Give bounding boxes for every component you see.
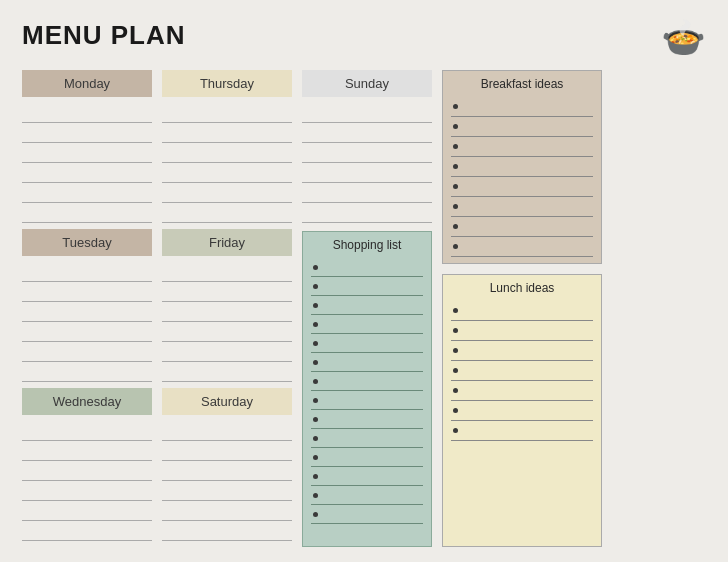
bullet-icon — [313, 379, 318, 384]
breakfast-idea-item[interactable] — [451, 137, 593, 157]
line — [22, 521, 152, 541]
sunday-block: Sunday — [302, 70, 432, 223]
lunch-idea-item[interactable] — [451, 401, 593, 421]
line — [162, 282, 292, 302]
bullet-icon — [313, 265, 318, 270]
bullet-icon — [313, 455, 318, 460]
bullet-icon — [453, 408, 458, 413]
saturday-lines — [162, 421, 292, 541]
lunch-idea-item[interactable] — [451, 341, 593, 361]
line — [162, 342, 292, 362]
shopping-item[interactable] — [311, 353, 423, 372]
bullet-icon — [313, 360, 318, 365]
line — [162, 521, 292, 541]
lunch-idea-item[interactable] — [451, 381, 593, 401]
shopping-item[interactable] — [311, 296, 423, 315]
bullet-icon — [453, 428, 458, 433]
bullet-icon — [313, 512, 318, 517]
lunch-idea-item[interactable] — [451, 421, 593, 441]
shopping-item[interactable] — [311, 410, 423, 429]
breakfast-ideas-panel: Breakfast ideas — [442, 70, 602, 264]
tuesday-lines — [22, 262, 152, 382]
line — [22, 501, 152, 521]
line — [22, 322, 152, 342]
breakfast-idea-item[interactable] — [451, 157, 593, 177]
day-column-2: Thursday Friday — [162, 70, 292, 547]
line — [22, 143, 152, 163]
bullet-icon — [453, 368, 458, 373]
bullet-icon — [313, 398, 318, 403]
shopping-item[interactable] — [311, 448, 423, 467]
line — [22, 362, 152, 382]
breakfast-idea-item[interactable] — [451, 217, 593, 237]
line — [162, 461, 292, 481]
bullet-icon — [313, 417, 318, 422]
line — [162, 262, 292, 282]
line — [22, 421, 152, 441]
bullet-icon — [453, 328, 458, 333]
line — [162, 183, 292, 203]
monday-lines — [22, 103, 152, 223]
shopping-item[interactable] — [311, 391, 423, 410]
shopping-item[interactable] — [311, 315, 423, 334]
breakfast-idea-item[interactable] — [451, 177, 593, 197]
line — [22, 262, 152, 282]
tuesday-header: Tuesday — [22, 229, 152, 256]
breakfast-idea-item[interactable] — [451, 237, 593, 257]
bullet-icon — [313, 436, 318, 441]
bullet-icon — [313, 474, 318, 479]
line — [22, 461, 152, 481]
bullet-icon — [453, 224, 458, 229]
line — [162, 362, 292, 382]
lunch-idea-item[interactable] — [451, 301, 593, 321]
bullet-icon — [313, 303, 318, 308]
page: MENU PLAN 🍲 Monday Tuesday — [0, 0, 728, 562]
friday-lines — [162, 262, 292, 382]
bullet-icon — [453, 124, 458, 129]
line — [22, 441, 152, 461]
line — [22, 481, 152, 501]
thursday-lines — [162, 103, 292, 223]
bullet-icon — [453, 144, 458, 149]
bullet-icon — [453, 348, 458, 353]
lunch-idea-item[interactable] — [451, 361, 593, 381]
line — [162, 163, 292, 183]
day-column-1: Monday Tuesday — [22, 70, 152, 547]
shopping-item[interactable] — [311, 429, 423, 448]
shopping-item[interactable] — [311, 486, 423, 505]
line — [22, 123, 152, 143]
shopping-item[interactable] — [311, 505, 423, 524]
line — [22, 282, 152, 302]
right-column: Breakfast ideas Lunch ideas — [442, 70, 602, 547]
page-title: MENU PLAN — [22, 20, 186, 51]
breakfast-idea-item[interactable] — [451, 197, 593, 217]
sunday-lines — [302, 103, 432, 223]
breakfast-idea-item[interactable] — [451, 117, 593, 137]
monday-header: Monday — [22, 70, 152, 97]
shopping-item[interactable] — [311, 467, 423, 486]
line — [162, 302, 292, 322]
friday-header: Friday — [162, 229, 292, 256]
line — [22, 342, 152, 362]
shopping-item[interactable] — [311, 334, 423, 353]
shopping-list-title: Shopping list — [311, 238, 423, 252]
bullet-icon — [313, 341, 318, 346]
line — [162, 123, 292, 143]
sunday-header: Sunday — [302, 70, 432, 97]
wednesday-block: Wednesday — [22, 388, 152, 541]
middle-column: Sunday Shopping list — [302, 70, 432, 547]
shopping-item[interactable] — [311, 372, 423, 391]
shopping-item[interactable] — [311, 277, 423, 296]
main-grid: Monday Tuesday — [22, 70, 706, 547]
wednesday-lines — [22, 421, 152, 541]
breakfast-idea-item[interactable] — [451, 97, 593, 117]
shopping-item[interactable] — [311, 258, 423, 277]
line — [302, 183, 432, 203]
thursday-block: Thursday — [162, 70, 292, 223]
bullet-icon — [453, 308, 458, 313]
friday-block: Friday — [162, 229, 292, 382]
bullet-icon — [453, 388, 458, 393]
line — [162, 143, 292, 163]
lunch-idea-item[interactable] — [451, 321, 593, 341]
saturday-block: Saturday — [162, 388, 292, 541]
